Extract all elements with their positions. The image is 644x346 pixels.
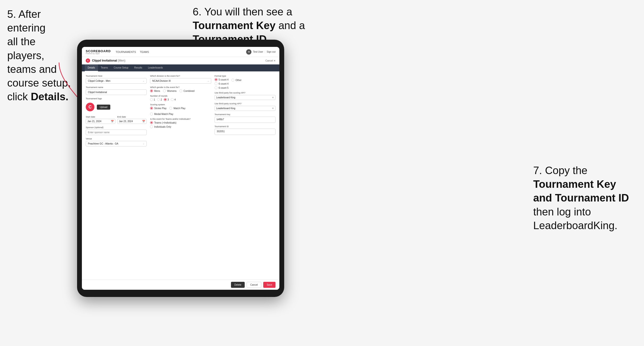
tabs-bar: Details Teams Course Setup Results Leade… bbox=[82, 64, 279, 71]
scoring-group: Scoring system Stroke Play Match Play bbox=[150, 103, 211, 115]
annotation-left-line5: click bbox=[7, 91, 31, 102]
format-label: Format type bbox=[214, 75, 276, 77]
form-col-3: Format type 5 count 4 6 count 4 bbox=[214, 75, 276, 147]
clippd-icon: C bbox=[86, 58, 90, 63]
tab-leaderboards[interactable]: Leaderboards bbox=[145, 64, 166, 71]
scoring-label: Scoring system bbox=[150, 103, 211, 106]
app-header: SCOREBOARD Powered by clippd TOURNAMENTS… bbox=[82, 47, 279, 57]
start-date-input[interactable]: Jan 21, 2024 📅 bbox=[86, 119, 115, 124]
division-group: Which division is the event for? NCAA Di… bbox=[150, 75, 211, 84]
tab-course-setup[interactable]: Course Setup bbox=[111, 64, 131, 71]
individuals-only[interactable]: Individuals Only bbox=[150, 125, 211, 128]
scoring-stroke[interactable]: Stroke Play bbox=[150, 107, 166, 110]
format-6count5[interactable]: 6 count 5 bbox=[214, 86, 228, 89]
tournament-host-select[interactable]: Clippd College - Men ⌄ bbox=[86, 78, 147, 84]
tab-details[interactable]: Details bbox=[85, 64, 98, 71]
annotation-left-line3: teams and bbox=[7, 63, 56, 75]
cancel-button[interactable]: Cancel bbox=[246, 282, 261, 288]
tournament-name-input[interactable] bbox=[86, 89, 147, 95]
end-date-input[interactable]: Jan 23, 2024 📅 bbox=[117, 119, 147, 124]
live-scoring2-label: Use third-party scoring API? bbox=[214, 102, 276, 105]
tournament-name-label: Tournament name bbox=[86, 86, 147, 88]
live-scoring2-group: Use third-party scoring API? Leaderboard… bbox=[214, 102, 276, 111]
scoring-match[interactable]: Match Play bbox=[169, 107, 185, 110]
round-1[interactable]: 1 bbox=[150, 98, 155, 101]
tab-results[interactable]: Results bbox=[131, 64, 145, 71]
annotation-bottom-right: 7. Copy the Tournament Key and Tournamen… bbox=[533, 164, 634, 232]
format-other[interactable]: Other bbox=[232, 79, 242, 82]
live-scoring1-input[interactable]: Leaderboard King ✕ bbox=[214, 95, 276, 100]
gender-womens-label: Womens bbox=[167, 90, 176, 92]
format-5count4[interactable]: 5 count 4 bbox=[214, 78, 228, 81]
annotation-br-line2: then log into bbox=[533, 206, 591, 218]
teams-plus-individuals[interactable]: Teams (+Individuals) bbox=[150, 121, 211, 124]
tournament-title-text: Clippd Invitational bbox=[92, 59, 117, 62]
annotation-top-line1: 6. You will then see a bbox=[193, 6, 292, 17]
tournament-host-value: Clippd College - Men bbox=[88, 80, 110, 82]
cancel-close-btn[interactable]: Cancel ✕ bbox=[266, 59, 276, 62]
sponsor-group: Sponsor (optional) bbox=[86, 126, 147, 135]
annotation-br-bold2: and Tournament ID bbox=[533, 192, 629, 204]
end-date-value: Jan 23, 2024 bbox=[119, 120, 133, 123]
venue-select[interactable]: Peachtree GC - Atlanta - GA ⌄ bbox=[86, 141, 147, 147]
teams-label: Is this event for Teams and/or Individua… bbox=[150, 118, 211, 120]
header-left: SCOREBOARD Powered by clippd TOURNAMENTS… bbox=[86, 49, 149, 54]
main-content: Tournament Host Clippd College - Men ⌄ T… bbox=[82, 71, 279, 280]
annotation-left-line1: 5. After entering bbox=[7, 8, 46, 34]
nav-teams[interactable]: TEAMS bbox=[140, 50, 149, 53]
user-name: Test User bbox=[253, 50, 263, 53]
round-2[interactable]: 2 bbox=[157, 98, 162, 101]
gender-mens-radio bbox=[150, 89, 153, 92]
live-scoring1-label: Use third-party live scoring API? bbox=[214, 92, 276, 94]
tournament-name-title: Clippd Invitational (Men) bbox=[92, 59, 126, 62]
delete-button[interactable]: Delete bbox=[231, 282, 245, 288]
round-4[interactable]: 4 bbox=[171, 98, 176, 101]
teams-radio-group: Teams (+Individuals) Individuals Only bbox=[150, 121, 211, 128]
rounds-label: Number of rounds bbox=[150, 95, 211, 97]
gender-combined[interactable]: Combined bbox=[180, 89, 194, 92]
gender-mens[interactable]: Mens bbox=[150, 89, 160, 92]
upload-button[interactable]: Upload bbox=[97, 105, 110, 110]
venue-group: Venue Peachtree GC - Atlanta - GA ⌄ bbox=[86, 138, 147, 147]
sponsor-input[interactable] bbox=[86, 130, 147, 135]
gender-mens-label: Mens bbox=[154, 90, 160, 92]
tablet-screen: SCOREBOARD Powered by clippd TOURNAMENTS… bbox=[82, 47, 279, 290]
select-arrow-host: ⌄ bbox=[143, 80, 144, 82]
tablet-device: SCOREBOARD Powered by clippd TOURNAMENTS… bbox=[77, 40, 284, 297]
scoring-radio-group: Stroke Play Match Play Medal Match Play bbox=[150, 107, 211, 115]
cancel-text: Cancel bbox=[266, 59, 273, 62]
round-4-radio bbox=[171, 98, 174, 101]
live-scoring1-group: Use third-party live scoring API? Leader… bbox=[214, 92, 276, 100]
tournament-host-label: Tournament Host bbox=[86, 75, 147, 77]
end-date-label: End date bbox=[117, 116, 147, 118]
live-scoring2-value: Leaderboard King bbox=[216, 107, 236, 110]
round-3-radio bbox=[164, 98, 167, 101]
round-1-radio bbox=[150, 98, 153, 101]
scoring-stroke-label: Stroke Play bbox=[154, 107, 166, 110]
live-scoring2-clear[interactable]: ✕ bbox=[272, 107, 274, 110]
sign-out-link[interactable]: Sign out bbox=[266, 50, 276, 53]
format-options: 5 count 4 6 count 4 6 count 5 bbox=[214, 78, 276, 89]
division-select[interactable]: NCAA Division III ⌄ bbox=[150, 78, 211, 84]
tab-teams[interactable]: Teams bbox=[98, 64, 111, 71]
rounds-radio-group: 1 2 3 4 bbox=[150, 98, 211, 101]
teams-radio bbox=[150, 121, 153, 124]
venue-value: Peachtree GC - Atlanta - GA bbox=[88, 142, 118, 145]
format-other-label: Other bbox=[236, 79, 242, 82]
rounds-group: Number of rounds 1 2 bbox=[150, 95, 211, 101]
nav-tournaments[interactable]: TOURNAMENTS bbox=[116, 50, 136, 53]
round-3[interactable]: 3 bbox=[164, 98, 169, 101]
sponsor-label: Sponsor (optional) bbox=[86, 126, 147, 129]
end-date-field: End date Jan 23, 2024 📅 bbox=[117, 116, 147, 124]
start-date-label: Start date bbox=[86, 116, 115, 118]
teams-group: Is this event for Teams and/or Individua… bbox=[150, 118, 211, 128]
scoring-medal-radio bbox=[150, 113, 153, 115]
format-6count4[interactable]: 6 count 4 bbox=[214, 82, 228, 85]
gender-womens-radio bbox=[163, 89, 166, 92]
live-scoring2-input[interactable]: Leaderboard King ✕ bbox=[214, 106, 276, 111]
save-button[interactable]: Save bbox=[263, 282, 276, 288]
scoring-medal[interactable]: Medal Match Play bbox=[150, 113, 173, 115]
gender-womens[interactable]: Womens bbox=[163, 89, 176, 92]
tournament-key-value: b4f6b7 bbox=[214, 117, 276, 123]
live-scoring1-clear[interactable]: ✕ bbox=[272, 96, 274, 99]
